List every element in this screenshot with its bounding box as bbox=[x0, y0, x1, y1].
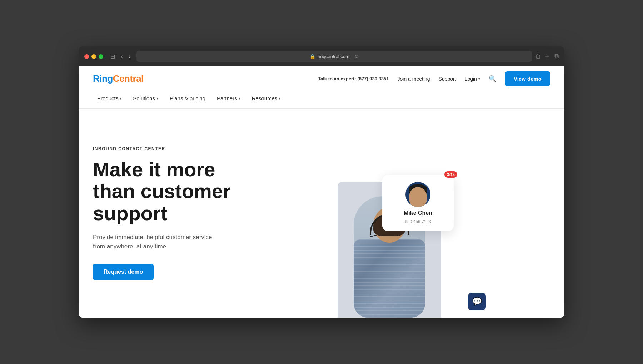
agent-illustration: 3:15 Mike Chen 650 456 7123 bbox=[332, 168, 447, 318]
caller-name: Mike Chen bbox=[404, 210, 432, 216]
call-card: 3:15 Mike Chen 650 456 7123 bbox=[382, 175, 454, 231]
solutions-chevron-icon: ▾ bbox=[156, 96, 158, 100]
logo[interactable]: RingCentral bbox=[93, 73, 144, 84]
caller-face bbox=[409, 187, 427, 207]
hero-section: INBOUND CONTACT CENTER Make it more than… bbox=[79, 109, 564, 318]
maximize-button[interactable] bbox=[99, 54, 103, 59]
browser-actions: ⎙ ＋ ⧉ bbox=[536, 52, 559, 61]
login-chevron-icon: ▾ bbox=[478, 77, 480, 81]
browser-window: ⊟ ‹ › 🔒 ringcentral.com ↻ ⎙ ＋ ⧉ RingCent… bbox=[79, 46, 564, 318]
hero-content: INBOUND CONTACT CENTER Make it more than… bbox=[93, 109, 293, 318]
header-right: Talk to an expert: (877) 930 3351 Join a… bbox=[318, 71, 550, 86]
address-bar[interactable]: 🔒 ringcentral.com ↻ bbox=[136, 51, 532, 62]
sidebar-toggle-icon[interactable]: ⊟ bbox=[110, 53, 115, 60]
new-tab-icon[interactable]: ＋ bbox=[544, 52, 550, 61]
tabs-icon[interactable]: ⧉ bbox=[554, 53, 559, 60]
hero-subtitle: Provide immediate, helpful customer serv… bbox=[93, 233, 293, 251]
forward-button[interactable]: › bbox=[127, 52, 132, 61]
share-icon[interactable]: ⎙ bbox=[536, 53, 540, 60]
expert-label: Talk to an expert: (877) 930 3351 bbox=[318, 76, 389, 81]
products-chevron-icon: ▾ bbox=[120, 96, 121, 100]
minimize-button[interactable] bbox=[91, 54, 96, 59]
join-meeting-link[interactable]: Join a meeting bbox=[398, 76, 430, 82]
nav-item-resources[interactable]: Resources ▾ bbox=[248, 93, 285, 103]
caller-phone: 650 456 7123 bbox=[405, 219, 431, 224]
url-text: ringcentral.com bbox=[318, 54, 349, 59]
lock-icon: 🔒 bbox=[310, 54, 315, 59]
site-header: RingCentral Talk to an expert: (877) 930… bbox=[79, 66, 564, 109]
login-button[interactable]: Login ▾ bbox=[465, 76, 480, 82]
request-demo-button[interactable]: Request demo bbox=[93, 264, 154, 280]
partners-chevron-icon: ▾ bbox=[239, 96, 240, 100]
nav-item-products[interactable]: Products ▾ bbox=[93, 93, 126, 103]
traffic-lights bbox=[84, 54, 103, 59]
chat-button[interactable]: 💬 bbox=[468, 293, 486, 310]
site-nav: Products ▾ Solutions ▾ Plans & pricing P… bbox=[93, 89, 550, 108]
nav-item-partners[interactable]: Partners ▾ bbox=[213, 93, 245, 103]
agent-mic-icon bbox=[370, 234, 377, 237]
hero-eyebrow: INBOUND CONTACT CENTER bbox=[93, 146, 293, 151]
support-link[interactable]: Support bbox=[439, 76, 456, 82]
nav-item-solutions[interactable]: Solutions ▾ bbox=[129, 93, 163, 103]
reload-button[interactable]: ↻ bbox=[354, 54, 359, 59]
back-button[interactable]: ‹ bbox=[119, 52, 124, 61]
caller-avatar bbox=[405, 182, 430, 207]
call-timer-badge: 3:15 bbox=[444, 171, 457, 178]
logo-ring: Ring bbox=[93, 73, 113, 84]
resources-chevron-icon: ▾ bbox=[279, 96, 280, 100]
chat-icon: 💬 bbox=[472, 297, 482, 306]
hero-visual: 3:15 Mike Chen 650 456 7123 💬 bbox=[293, 109, 486, 318]
browser-chrome: ⊟ ‹ › 🔒 ringcentral.com ↻ ⎙ ＋ ⧉ bbox=[79, 46, 564, 66]
search-icon[interactable]: 🔍 bbox=[489, 75, 497, 83]
view-demo-button[interactable]: View demo bbox=[505, 71, 550, 86]
close-button[interactable] bbox=[84, 54, 89, 59]
nav-item-plans-pricing[interactable]: Plans & pricing bbox=[165, 93, 210, 103]
logo-central: Central bbox=[113, 73, 144, 84]
hero-title: Make it more than customer support bbox=[93, 158, 293, 224]
website-content: RingCentral Talk to an expert: (877) 930… bbox=[79, 66, 564, 318]
header-top: RingCentral Talk to an expert: (877) 930… bbox=[93, 66, 550, 89]
agent-shirt bbox=[354, 239, 425, 318]
browser-nav: ‹ › bbox=[119, 52, 132, 61]
